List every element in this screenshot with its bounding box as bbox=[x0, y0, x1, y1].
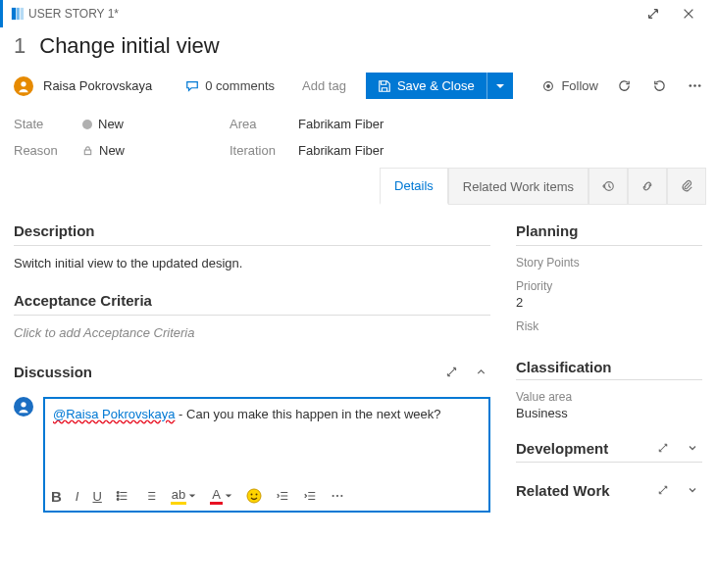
assignee-avatar[interactable] bbox=[14, 76, 33, 96]
svg-rect-9 bbox=[84, 150, 90, 155]
more-actions-icon[interactable] bbox=[685, 76, 704, 96]
iteration-label: Iteration bbox=[230, 143, 288, 158]
numbered-list-button[interactable] bbox=[143, 489, 157, 503]
work-item-title[interactable]: Change initial view bbox=[39, 33, 219, 59]
description-body[interactable]: Switch initial view to the updated desig… bbox=[14, 246, 490, 288]
bold-button[interactable]: B bbox=[51, 488, 62, 505]
discussion-text: - Can you make this happen in the next w… bbox=[175, 407, 440, 421]
reason-value[interactable]: New bbox=[82, 143, 220, 158]
svg-point-12 bbox=[117, 492, 119, 494]
save-close-label: Save & Close bbox=[397, 78, 475, 93]
development-heading: Development bbox=[516, 440, 608, 457]
discussion-editor[interactable]: @Raisa Pokrovskaya - Can you make this h… bbox=[43, 397, 490, 513]
priority-value[interactable]: 2 bbox=[516, 295, 702, 310]
discussion-collapse-icon[interactable] bbox=[471, 362, 490, 381]
reason-label: Reason bbox=[14, 143, 73, 158]
underline-button[interactable]: U bbox=[92, 489, 101, 504]
attachment-icon bbox=[680, 179, 693, 193]
acceptance-placeholder[interactable]: Click to add Acceptance Criteria bbox=[14, 316, 490, 358]
italic-button[interactable]: I bbox=[76, 489, 79, 504]
user-story-type-icon bbox=[11, 7, 28, 21]
follow-button[interactable]: Follow bbox=[541, 78, 598, 93]
svg-point-8 bbox=[697, 84, 700, 87]
svg-point-18 bbox=[332, 495, 334, 497]
tab-attachments[interactable] bbox=[667, 168, 706, 205]
tab-history[interactable] bbox=[588, 168, 628, 205]
area-label: Area bbox=[230, 117, 288, 131]
svg-point-16 bbox=[251, 494, 253, 496]
refresh-icon[interactable] bbox=[614, 76, 634, 96]
save-icon bbox=[378, 79, 391, 93]
svg-point-19 bbox=[336, 495, 338, 497]
related-work-toggle-icon[interactable] bbox=[683, 480, 702, 500]
iteration-value[interactable]: Fabrikam Fiber bbox=[298, 143, 702, 158]
work-item-id: 1 bbox=[14, 33, 26, 59]
indent-button[interactable] bbox=[303, 489, 317, 503]
svg-point-14 bbox=[117, 499, 119, 501]
outdent-button[interactable] bbox=[276, 489, 289, 503]
development-toggle-icon[interactable] bbox=[683, 438, 702, 458]
comment-icon bbox=[185, 79, 199, 93]
tab-details[interactable]: Details bbox=[380, 168, 448, 205]
add-tag-button[interactable]: Add tag bbox=[302, 78, 346, 93]
svg-rect-2 bbox=[21, 8, 25, 20]
svg-rect-1 bbox=[17, 8, 20, 20]
chevron-down-icon bbox=[495, 81, 505, 91]
svg-point-7 bbox=[693, 84, 696, 87]
value-area-value[interactable]: Business bbox=[516, 406, 702, 420]
svg-point-17 bbox=[256, 494, 258, 496]
classification-heading: Classification bbox=[516, 359, 612, 375]
svg-point-20 bbox=[340, 495, 342, 497]
svg-point-11 bbox=[21, 402, 26, 407]
toolbar-more-icon[interactable] bbox=[331, 489, 344, 503]
follow-label: Follow bbox=[561, 78, 598, 93]
save-close-button[interactable]: Save & Close bbox=[366, 73, 486, 99]
close-icon[interactable] bbox=[679, 4, 698, 24]
assignee-name[interactable]: Raisa Pokrovskaya bbox=[43, 78, 152, 93]
state-label: State bbox=[14, 117, 73, 131]
emoji-button[interactable] bbox=[246, 488, 262, 504]
tab-related-work-items[interactable]: Related Work items bbox=[448, 168, 588, 205]
development-expand-icon[interactable] bbox=[653, 438, 673, 458]
tab-links[interactable] bbox=[628, 168, 667, 205]
font-color-button[interactable]: A bbox=[210, 487, 232, 505]
acceptance-heading: Acceptance Criteria bbox=[14, 288, 490, 316]
svg-point-6 bbox=[689, 84, 691, 87]
follow-icon bbox=[541, 79, 555, 93]
planning-heading: Planning bbox=[516, 219, 702, 246]
related-work-heading: Related Work bbox=[516, 482, 610, 499]
lock-icon bbox=[82, 145, 93, 156]
history-icon bbox=[601, 179, 615, 193]
state-dot-icon bbox=[82, 120, 92, 129]
current-user-avatar bbox=[14, 397, 33, 416]
restore-down-icon[interactable] bbox=[643, 4, 663, 24]
related-work-expand-icon[interactable] bbox=[653, 480, 673, 500]
value-area-label: Value area bbox=[516, 390, 702, 404]
risk-label: Risk bbox=[516, 319, 702, 333]
area-value[interactable]: Fabrikam Fiber bbox=[298, 117, 702, 131]
svg-point-3 bbox=[21, 81, 26, 86]
highlight-button[interactable]: ab bbox=[171, 487, 196, 505]
comments-count[interactable]: 0 comments bbox=[185, 78, 275, 93]
discussion-mention[interactable]: @Raisa Pokrovskaya bbox=[53, 407, 175, 421]
discussion-expand-icon[interactable] bbox=[441, 362, 461, 381]
svg-rect-0 bbox=[12, 8, 16, 20]
priority-label: Priority bbox=[516, 279, 702, 293]
svg-point-5 bbox=[547, 84, 550, 87]
description-heading: Description bbox=[14, 219, 490, 246]
work-item-type-label: USER STORY 1* bbox=[28, 7, 643, 21]
svg-point-13 bbox=[117, 495, 119, 497]
bullet-list-button[interactable] bbox=[116, 489, 129, 503]
revert-icon[interactable] bbox=[649, 76, 669, 96]
svg-point-15 bbox=[247, 489, 261, 503]
discussion-heading: Discussion bbox=[14, 364, 92, 380]
save-close-dropdown[interactable] bbox=[486, 73, 513, 99]
link-icon bbox=[640, 179, 654, 193]
state-value[interactable]: New bbox=[82, 117, 220, 131]
editor-toolbar: B I U ab A bbox=[51, 487, 483, 505]
comments-count-label: 0 comments bbox=[205, 78, 275, 93]
story-points-label: Story Points bbox=[516, 256, 702, 270]
save-close-group: Save & Close bbox=[366, 73, 513, 99]
